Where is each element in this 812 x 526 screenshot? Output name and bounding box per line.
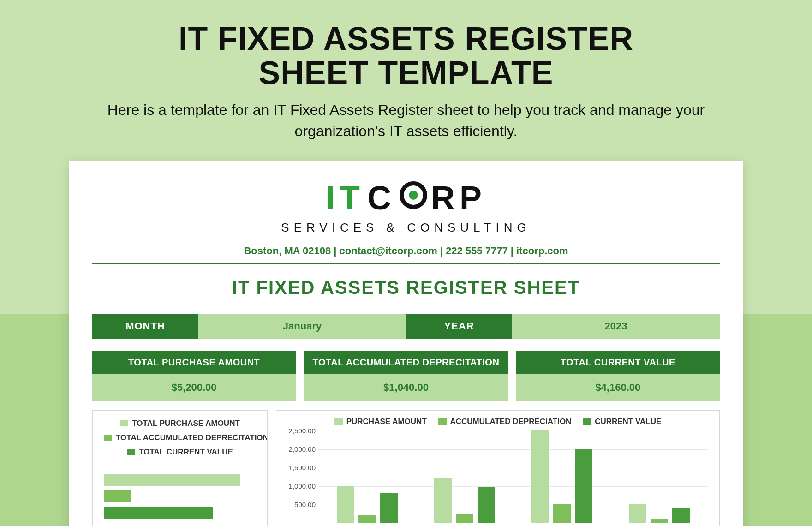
bar <box>380 493 398 523</box>
totals-bar-chart: TOTAL PURCHASE AMOUNT TOTAL ACCUMULATED … <box>92 410 268 526</box>
period-row: MONTH January YEAR 2023 <box>92 314 720 339</box>
logo-o-icon <box>400 181 427 209</box>
page-title: IT FIXED ASSETS REGISTER SHEET TEMPLATE <box>0 0 812 90</box>
bar <box>575 449 592 523</box>
axis-tick: 1,000.00 <box>283 482 316 490</box>
category-bar-chart: PURCHASE AMOUNT ACCUMULATED DEPRECIATION… <box>276 410 720 526</box>
total-value: $5,200.00 <box>92 374 296 401</box>
hbar <box>104 507 213 519</box>
charts-row: TOTAL PURCHASE AMOUNT TOTAL ACCUMULATED … <box>92 410 720 526</box>
legend-item: PURCHASE AMOUNT <box>334 417 427 426</box>
month-label: MONTH <box>92 314 198 339</box>
axis-tick: 500.00 <box>283 500 316 508</box>
total-label: TOTAL CURRENT VALUE <box>516 351 720 374</box>
axis-tick: 2,000.00 <box>283 445 316 453</box>
total-value: $1,040.00 <box>304 374 508 401</box>
legend-item: CURRENT VALUE <box>583 417 661 426</box>
month-value[interactable]: January <box>198 314 406 339</box>
bar <box>629 504 646 523</box>
bar <box>358 515 376 523</box>
sheet-document: IT C RP SERVICES & CONSULTING Boston, MA… <box>69 161 743 526</box>
legend-item: ACCUMULATED DEPRECIATION <box>438 417 572 426</box>
bar <box>553 504 571 523</box>
bar <box>478 487 495 523</box>
bar <box>531 430 549 523</box>
year-label: YEAR <box>406 314 512 339</box>
year-value[interactable]: 2023 <box>512 314 720 339</box>
bar <box>456 514 473 523</box>
page-subtitle: Here is a template for an IT Fixed Asset… <box>88 99 724 142</box>
contact-line: Boston, MA 02108 | contact@itcorp.com | … <box>92 245 720 264</box>
legend-item: TOTAL ACCUMULATED DEPRECITATION <box>104 431 268 444</box>
company-logo: IT C RP SERVICES & CONSULTING <box>92 179 720 235</box>
bar <box>434 478 452 523</box>
hbar <box>104 490 131 502</box>
total-label: TOTAL ACCUMULATED DEPRECITATION <box>304 351 508 374</box>
total-current-card: TOTAL CURRENT VALUE $4,160.00 <box>516 351 720 401</box>
axis-tick: 2,500.00 <box>283 426 316 434</box>
total-value: $4,160.00 <box>516 374 720 401</box>
bar-group: Network Equipment <box>513 430 611 523</box>
totals-row: TOTAL PURCHASE AMOUNT $5,200.00 TOTAL AC… <box>92 351 720 401</box>
bar-group: Computer Hardware <box>318 486 416 523</box>
legend-item: TOTAL PURCHASE AMOUNT <box>120 417 240 430</box>
logo-subtitle: SERVICES & CONSULTING <box>92 221 720 235</box>
bar <box>337 486 354 523</box>
hbar <box>104 474 240 486</box>
bar-group: Office Equipment <box>611 504 708 523</box>
total-depreciation-card: TOTAL ACCUMULATED DEPRECITATION $1,040.0… <box>304 351 508 401</box>
bar-group: Computer Hardware <box>416 478 513 523</box>
axis-tick: 1,500.00 <box>283 463 316 471</box>
bar <box>672 508 690 523</box>
legend-item: TOTAL CURRENT VALUE <box>127 446 233 458</box>
sheet-title: IT FIXED ASSETS REGISTER SHEET <box>92 277 720 298</box>
total-purchase-card: TOTAL PURCHASE AMOUNT $5,200.00 <box>92 351 296 401</box>
total-label: TOTAL PURCHASE AMOUNT <box>92 351 296 374</box>
bar <box>651 519 668 523</box>
